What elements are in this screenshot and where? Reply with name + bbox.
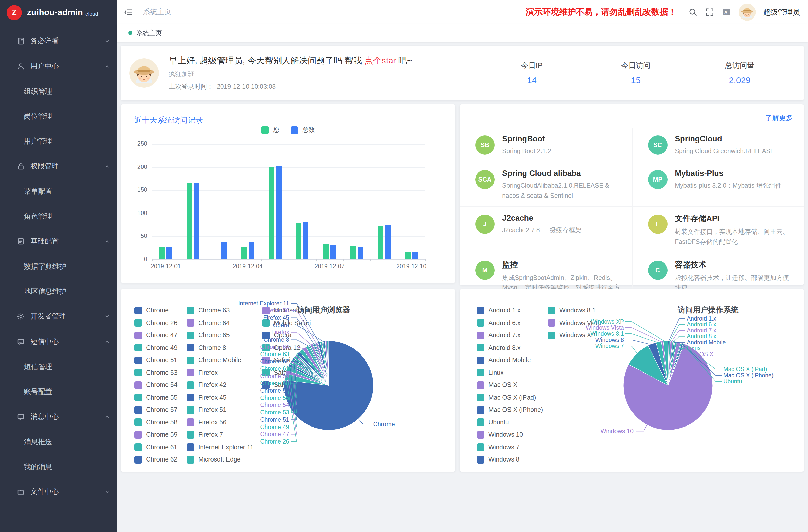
sidebar-item-item[interactable]: 文件中心 [0, 479, 117, 505]
sidebar-item-item[interactable]: 务必详看 [0, 29, 117, 54]
sidebar-item-item[interactable]: 消息中心 [0, 404, 117, 429]
sidebar-item-label: 文件中心 [31, 488, 105, 496]
pie-callout-label: Chrome 26 [260, 438, 289, 445]
tech-badge: SC [648, 135, 667, 155]
chevron-up-icon [105, 414, 110, 419]
axis-tick [316, 259, 316, 261]
last-login-label: 上次登录时间： [169, 83, 213, 90]
axis-tick [234, 259, 235, 261]
header: 系统主页 演示环境维护不易，请勿乱删乱改数据！ A- 超级管理员 [117, 0, 808, 24]
hamburger-icon[interactable] [124, 7, 133, 17]
sidebar-subitem-item[interactable]: 账号配置 [0, 379, 117, 404]
bar-series1-2019-12-01 [167, 247, 172, 259]
legend-item-series1[interactable]: 总数 [291, 126, 315, 134]
app-logo[interactable]: Z zuihou-admin cloud [0, 0, 117, 25]
tech-title: 监控 [502, 260, 621, 270]
y-tick-label: 50 [127, 233, 147, 239]
pie-label-line [625, 346, 638, 354]
pie-callout-label: Chrome 57 [260, 387, 289, 394]
axis-tick [370, 259, 371, 261]
axis-tick [207, 259, 207, 261]
sidebar-subitem-item[interactable]: 消息推送 [0, 429, 117, 454]
user-icon [17, 62, 25, 71]
x-tick-label: 2019-12-04 [233, 263, 263, 269]
bar-series1-2019-12-06 [303, 222, 309, 259]
sidebar-item-item[interactable]: 权限管理 [0, 154, 117, 179]
sidebar-subitem-item[interactable]: 角色管理 [0, 204, 117, 229]
charts-row-2: 访问用户浏览器 ChromeChrome 26Chrome 47Chrome 4… [121, 289, 804, 472]
chevron-up-icon [105, 164, 110, 169]
pie-label-line [291, 332, 312, 345]
learn-more-link[interactable]: 了解更多 [766, 114, 793, 123]
sidebar-subitem-item[interactable]: 数据字典维护 [0, 254, 117, 279]
tech-badge: F [648, 215, 667, 234]
os-pie-chart: Windows XPWindows VistaWindows 8.1Window… [460, 289, 804, 472]
logo-title: zuihou-admin [27, 7, 83, 18]
stat-2: 总访问量2,029 [688, 61, 792, 86]
bar-series1-2019-12-04 [249, 242, 254, 259]
sidebar-subitem-item[interactable]: 组织管理 [0, 79, 117, 104]
stat-value: 2,029 [688, 75, 792, 86]
legend-swatch [261, 126, 269, 134]
legend-item-series0[interactable]: 您 [261, 126, 279, 134]
browser-pie-title: 访问用户浏览器 [192, 305, 456, 315]
user-avatar[interactable] [738, 3, 755, 21]
fullscreen-icon[interactable] [705, 7, 714, 17]
sidebar-item-item[interactable]: 用户中心 [0, 54, 117, 79]
pie-callout-label: Chrome 8 [263, 336, 289, 343]
pie-callout-label: Chrome 59 [260, 373, 289, 379]
breadcrumb[interactable]: 系统主页 [143, 7, 171, 17]
chevron-down-icon [105, 314, 110, 319]
pie-label-line [636, 424, 647, 431]
greeting-title-suffix: 吧~ [396, 56, 412, 66]
bar-series0-2019-12-04 [241, 247, 247, 259]
sidebar-item-label: 开发者管理 [31, 312, 105, 321]
sidebar-item-item[interactable]: 短信中心 [0, 329, 117, 354]
pie-callout-label: Android 7.x [687, 327, 716, 334]
tech-badge: SB [475, 135, 495, 155]
y-tick-label: 150 [127, 187, 147, 193]
sidebar-item-item[interactable]: 开发者管理 [0, 304, 117, 329]
x-tick-label: 2019-12-10 [397, 263, 426, 269]
bar-series0-2019-12-05 [269, 168, 274, 259]
sidebar-subitem-item[interactable]: 我的消息 [0, 454, 117, 479]
sidebar-subitem-item[interactable]: 岗位管理 [0, 104, 117, 129]
stat-label: 今日IP [480, 61, 584, 70]
chevron-down-icon [105, 490, 110, 494]
legend-swatch [291, 126, 298, 134]
pie-callout-label: Android 6.x [687, 321, 716, 328]
stat-value: 14 [480, 75, 584, 86]
bar-series1-2019-12-05 [276, 166, 281, 259]
username[interactable]: 超级管理员 [763, 7, 800, 17]
bar-series0-2019-12-02 [187, 183, 192, 259]
y-tick-label: 100 [127, 210, 147, 216]
bar-series1-2019-12-03 [221, 242, 227, 259]
axis-tick [425, 259, 425, 261]
stat-value: 15 [584, 75, 688, 86]
stat-0: 今日IP14 [480, 61, 584, 86]
chevron-up-icon [105, 339, 110, 344]
greeting-subtitle: 疯狂加班~ [169, 70, 412, 79]
sidebar-subitem-item[interactable]: 用户管理 [0, 129, 117, 154]
font-size-icon[interactable]: A- [721, 7, 731, 17]
sidebar-item-label: 基础配置 [31, 237, 105, 246]
pie-callout-label: Chrome 53 [260, 409, 289, 416]
axis-tick [398, 259, 398, 261]
os-pie-title: 访问用户操作系统 [576, 305, 804, 315]
pie-label-line [625, 322, 666, 342]
logo-subtitle: cloud [86, 11, 98, 17]
tech-item-springcloud: SCSpringCloudSpring Cloud Greenwich.RELE… [632, 128, 804, 162]
tabbar: 系统主页 [117, 24, 808, 41]
app-root: Z zuihou-admin cloud 务必详看用户中心组织管理岗位管理用户管… [0, 0, 808, 532]
tech-badge: C [648, 261, 667, 280]
tab-home[interactable]: 系统主页 [122, 24, 170, 41]
star-link[interactable]: 点个star [364, 56, 396, 66]
greeting-card: 早上好, 超级管理员, 今天帮别人解决问题了吗 帮我 点个star 吧~ 疯狂加… [121, 45, 804, 100]
stat-label: 今日访问 [584, 61, 688, 70]
bar-series1-2019-12-02 [194, 183, 199, 259]
sidebar-item-item[interactable]: 基础配置 [0, 229, 117, 254]
search-icon[interactable] [688, 7, 697, 17]
sidebar-subitem-item[interactable]: 菜单配置 [0, 179, 117, 204]
sidebar-subitem-item[interactable]: 短信管理 [0, 354, 117, 379]
sidebar-subitem-item[interactable]: 地区信息维护 [0, 279, 117, 304]
